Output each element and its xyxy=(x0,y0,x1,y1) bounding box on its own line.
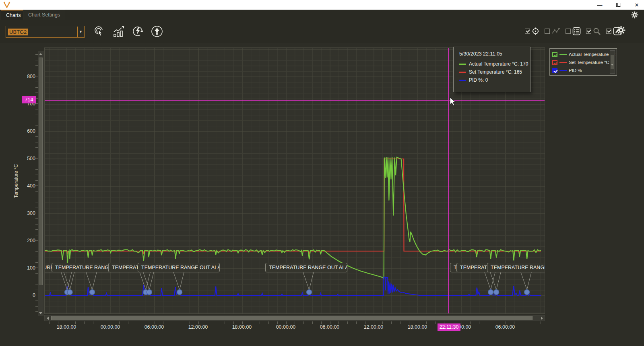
magnifier-icon[interactable] xyxy=(593,27,601,35)
vertical-scrollbar[interactable] xyxy=(38,51,43,316)
crosshair-toggle-checkbox[interactable] xyxy=(525,29,530,34)
series-combobox[interactable]: UBTG2 ▼ xyxy=(6,26,85,38)
scroll-right-icon[interactable] xyxy=(539,316,544,320)
x-axis-tick-label: 12:00:00 xyxy=(188,324,208,330)
tooltip-series-row: PID %: 0 xyxy=(459,76,530,84)
horizontal-scrollbar-thumb[interactable] xyxy=(51,316,533,320)
crosshair-y-value-badge: 714 xyxy=(22,96,36,103)
x-axis-tick-label: 06:00:00 xyxy=(495,324,515,330)
legend-item: Set Temperature °C xyxy=(552,58,617,66)
scroll-up-icon[interactable] xyxy=(38,51,43,56)
x-axis-tick-label: 00:00:00 xyxy=(101,324,120,330)
restore-icon xyxy=(616,3,620,7)
alarm-callout: TEMPERATURE RANGE OUT ALARM xyxy=(138,263,220,272)
close-button[interactable]: ✕ xyxy=(633,1,641,9)
x-axis-minor-ticks xyxy=(49,321,544,324)
y-axis-tick-label: 200 xyxy=(20,237,35,244)
markers-toggle-checkbox[interactable] xyxy=(545,29,550,34)
y-axis-tick-label: 400 xyxy=(20,183,35,189)
chart-toolbar: UBTG2 ▼ xyxy=(0,20,644,43)
tab-bar: Charts Chart Settings xyxy=(0,10,644,20)
x-axis-tick-label: 18:00:00 xyxy=(57,324,76,330)
x-axis-tick-label: 06:00:00 xyxy=(144,324,164,330)
y-axis-tick-label: 500 xyxy=(20,155,35,162)
scroll-down-icon[interactable] xyxy=(38,311,43,315)
legend-item: Actual Temperature °C xyxy=(552,50,617,58)
tab-charts[interactable]: Charts xyxy=(1,10,26,20)
legend-series-label: Actual Temperature °C xyxy=(569,52,615,57)
chart-settings-gear-icon[interactable] xyxy=(617,26,625,35)
chart-toggles xyxy=(525,27,624,35)
list-icon[interactable] xyxy=(572,27,581,35)
app-window: — ✕ Charts Chart Settings UBTG2 ▼ xyxy=(0,0,644,346)
legend-series-checkbox[interactable] xyxy=(552,68,557,73)
series-color-dash xyxy=(559,62,567,63)
tooltip-series-row: Set Temperature °C: 165 xyxy=(459,68,530,76)
horizontal-scrollbar[interactable] xyxy=(44,315,545,321)
y-axis-tick-label: 800 xyxy=(20,73,35,80)
touch-select-button[interactable] xyxy=(92,24,106,39)
tooltip-series-row: Actual Temperature °C: 170 xyxy=(459,60,530,68)
alarm-callout: TEMPERATURE RANGE OUT ALARM xyxy=(487,263,545,272)
series-color-dash xyxy=(459,72,466,73)
series-color-dash xyxy=(559,54,567,55)
vertical-scrollbar-thumb[interactable] xyxy=(39,58,43,285)
line-markers-icon[interactable] xyxy=(551,27,560,35)
chevron-down-icon[interactable]: ▼ xyxy=(77,27,84,37)
auto-refresh-button[interactable] xyxy=(130,24,145,39)
alarm-callout: TEMPERATURE RANGE OUT ALARM xyxy=(265,263,347,272)
upload-button[interactable] xyxy=(150,24,164,39)
data-tooltip: 5/30/2023 22:11:05 Actual Temperature °C… xyxy=(453,47,530,92)
legend: Actual Temperature °CSet Temperature °CP… xyxy=(549,48,617,76)
list-toggle-checkbox[interactable] xyxy=(566,29,571,34)
annotations-toggle-checkbox[interactable] xyxy=(606,29,611,34)
zoom-toggle-checkbox[interactable] xyxy=(586,29,591,34)
legend-series-checkbox[interactable] xyxy=(552,60,557,65)
restore-button[interactable] xyxy=(614,1,622,9)
minimize-button[interactable]: — xyxy=(596,1,604,9)
scroll-left-icon[interactable] xyxy=(45,316,50,320)
crosshair-target-icon[interactable] xyxy=(532,27,539,35)
x-axis-tick-label: 12:00:00 xyxy=(364,324,384,330)
tooltip-timestamp: 5/30/2023 22:11:05 xyxy=(459,51,530,57)
mouse-cursor xyxy=(449,97,457,107)
x-axis-tick-label: 00:00:00 xyxy=(276,324,296,330)
tooltip-series-value: PID %: 0 xyxy=(469,77,488,83)
series-color-dash xyxy=(459,64,466,65)
y-axis-tick-label: 300 xyxy=(20,210,35,216)
crosshair-x-value-badge: 22:11:30 xyxy=(438,323,460,331)
y-axis-tick-label: 0 xyxy=(20,292,35,299)
tooltip-series-value: Actual Temperature °C: 170 xyxy=(469,61,528,67)
series-color-dash xyxy=(559,70,567,71)
x-axis-tick-label: 18:00:00 xyxy=(232,324,252,330)
settings-gear-icon[interactable] xyxy=(631,11,638,19)
x-axis-tick-label: 18:00:00 xyxy=(408,324,427,330)
app-logo-icon xyxy=(3,1,10,8)
tab-chart-settings[interactable]: Chart Settings xyxy=(23,10,65,20)
y-axis-tick-label: 600 xyxy=(20,128,35,134)
legend-series-checkbox[interactable] xyxy=(552,52,557,57)
tooltip-series-value: Set Temperature °C: 165 xyxy=(469,69,522,75)
legend-series-label: PID % xyxy=(569,68,582,73)
legend-series-label: Set Temperature °C xyxy=(569,60,609,65)
series-combobox-value: UBTG2 xyxy=(8,29,28,35)
legend-item: PID % xyxy=(552,66,617,74)
legend-scrollbar[interactable] xyxy=(610,50,615,74)
x-axis-tick-label: 06:00:00 xyxy=(320,324,340,330)
series-color-dash xyxy=(459,80,466,81)
y-axis-tick-label: 100 xyxy=(20,265,35,271)
title-bar: — ✕ xyxy=(0,0,644,10)
trend-chart-button[interactable] xyxy=(111,24,126,39)
